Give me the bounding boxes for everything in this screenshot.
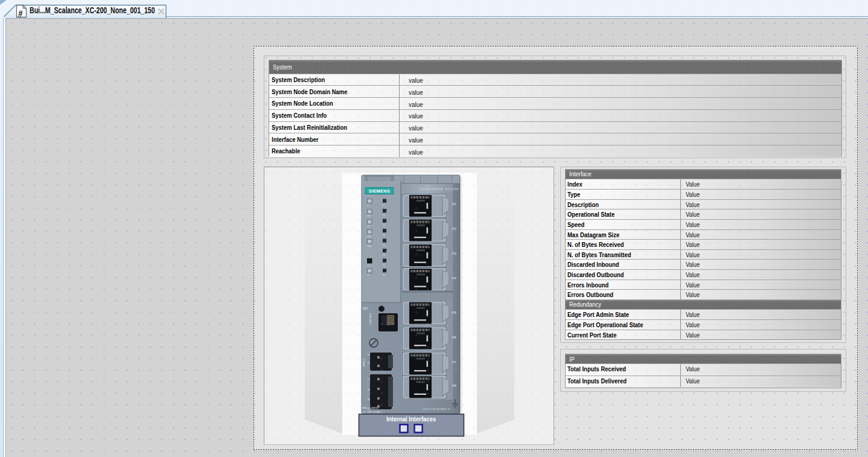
svg-text:12...24V 0.35A ⎓: 12...24V 0.35A ⎓ [362, 411, 383, 414]
svg-text:CONSOLE: CONSOLE [369, 313, 372, 325]
svg-text:SET: SET [363, 307, 368, 310]
svg-text:C1D2 T4 / IEC EX NA IIC T4: C1D2 T4 / IEC EX NA IIC T4 [423, 408, 450, 411]
svg-text:P7: P7 [383, 264, 385, 267]
svg-text:L2: L2 [368, 274, 370, 276]
svg-text:P8: P8 [452, 384, 456, 388]
svg-text:P1: P1 [452, 202, 456, 206]
svg-text:P4: P4 [452, 276, 456, 280]
svg-text:P3: P3 [452, 252, 456, 255]
svg-text:P5: P5 [452, 311, 456, 315]
svg-text:DM1: DM1 [368, 235, 372, 238]
svg-text:Internal Interfaces: Internal Interfaces [386, 415, 436, 423]
svg-text:DM2: DM2 [368, 245, 372, 248]
svg-text:P6: P6 [383, 254, 385, 257]
svg-text:P7: P7 [452, 360, 456, 364]
svg-text:L1: L1 [368, 264, 370, 267]
svg-text:NEC CLASS2: NEC CLASS2 [362, 406, 379, 409]
svg-text:SIEMENS: SIEMENS [369, 188, 390, 194]
svg-text:P2: P2 [452, 227, 456, 231]
svg-text:SB: SB [368, 225, 370, 228]
svg-text:FAULT: FAULT [362, 359, 365, 366]
svg-text:P5: P5 [383, 244, 385, 247]
svg-text:P6: P6 [452, 336, 456, 339]
svg-text:RM: RM [368, 215, 371, 217]
svg-text:P3: P3 [383, 225, 385, 227]
svg-text:SCALANCE XC208: SCALANCE XC208 [420, 187, 459, 191]
svg-text:P8: P8 [383, 274, 385, 276]
svg-text:P2: P2 [383, 214, 385, 217]
svg-text:P4: P4 [383, 234, 385, 237]
svg-text:P1: P1 [383, 205, 385, 207]
